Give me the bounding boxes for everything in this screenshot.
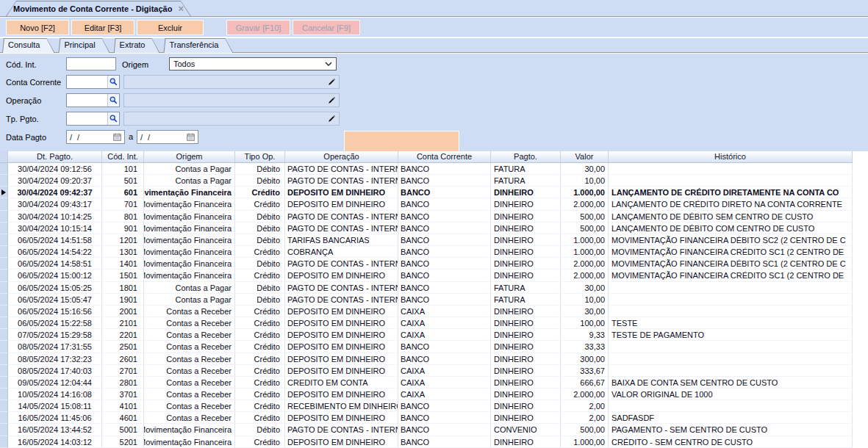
- row-selector[interactable]: [0, 246, 8, 258]
- row-selector[interactable]: [0, 436, 8, 448]
- column-header-dt[interactable]: Dt. Pagto.: [8, 151, 102, 162]
- row-selector[interactable]: [0, 306, 8, 317]
- table-row[interactable]: 30/04/2024 09:20:37501Contas a PagarDébi…: [0, 175, 853, 187]
- row-selector[interactable]: [0, 282, 8, 294]
- conta-corrente-lookup[interactable]: [66, 75, 120, 89]
- chevron-down-icon: [325, 62, 332, 66]
- row-selector[interactable]: [0, 175, 8, 187]
- cell-historico: LANÇAMENTO DE CRÉDITO DIRETO NA CONTA CO…: [609, 198, 853, 210]
- cod-int-input[interactable]: [66, 57, 116, 71]
- gravar-button[interactable]: Gravar [F10]: [226, 20, 290, 35]
- cell-valor: 33,33: [561, 341, 609, 353]
- tp-pgto-search-button[interactable]: [107, 112, 119, 125]
- date-to-value: / /: [140, 133, 151, 142]
- row-selector[interactable]: [0, 258, 8, 270]
- row-selector[interactable]: [0, 341, 8, 353]
- row-selector[interactable]: [0, 211, 8, 223]
- cell-valor: 2,00: [561, 412, 609, 424]
- conta-corrente-search-button[interactable]: [107, 76, 119, 88]
- tab-transferencia[interactable]: Transferência: [163, 38, 233, 53]
- excluir-button[interactable]: Excluir: [137, 20, 204, 35]
- row-selector-current[interactable]: [0, 187, 8, 198]
- row-selector[interactable]: [0, 163, 8, 175]
- table-row[interactable]: 06/05/2024 15:00:121501Movimentação Fina…: [0, 270, 853, 281]
- table-row[interactable]: 09/05/2024 12:04:442801Contas a ReceberC…: [0, 377, 853, 389]
- table-row[interactable]: 16/05/2024 14:03:125201Movimentação Fina…: [0, 436, 853, 448]
- table-row[interactable]: 30/04/2024 09:42:37601Movimentação Finan…: [0, 187, 853, 198]
- editar-button[interactable]: Editar [F3]: [71, 20, 134, 35]
- date-from-input[interactable]: / /: [66, 130, 125, 144]
- cell-valor: 1.000,00: [561, 234, 609, 246]
- cell-cod: 801: [102, 211, 144, 223]
- table-row[interactable]: 30/04/2024 10:15:14901Movimentação Finan…: [0, 223, 853, 234]
- table-row[interactable]: 30/04/2024 09:12:56101Contas a PagarDébi…: [0, 163, 853, 175]
- column-header-operacao[interactable]: Operação: [285, 151, 398, 162]
- tab-extrato[interactable]: Extrato: [114, 38, 160, 53]
- row-selector[interactable]: [0, 270, 8, 281]
- table-row[interactable]: 06/05/2024 14:58:511401Movimentação Fina…: [0, 258, 853, 270]
- tp-pgto-lookup[interactable]: [66, 112, 120, 126]
- tab-label: Consulta: [2, 38, 54, 49]
- date-to-input[interactable]: / /: [137, 130, 198, 144]
- edit-icon[interactable]: [327, 115, 336, 123]
- table-row[interactable]: 06/05/2024 14:51:581201Movimentação Fina…: [0, 234, 853, 246]
- column-header-pagto[interactable]: Pagto.: [491, 151, 561, 162]
- column-header-historico[interactable]: Histórico: [609, 151, 853, 162]
- cell-valor: 2,00: [561, 400, 609, 412]
- row-selector[interactable]: [0, 389, 8, 400]
- row-selector[interactable]: [0, 353, 8, 365]
- cell-operacao: CREDITO EM CONTA: [285, 377, 398, 389]
- column-header-valor[interactable]: Valor: [561, 151, 609, 162]
- row-selector[interactable]: [0, 294, 8, 306]
- cell-operacao: DEPOSITO EM DINHEIRO: [285, 412, 398, 424]
- row-selector[interactable]: [0, 365, 8, 377]
- column-header-tipo[interactable]: Tipo Op.: [235, 151, 285, 162]
- table-row[interactable]: 08/05/2024 17:40:032701Contas a ReceberC…: [0, 365, 853, 377]
- table-row[interactable]: 08/05/2024 17:32:232601Contas a ReceberC…: [0, 353, 853, 365]
- table-row[interactable]: 06/05/2024 15:05:251801Contas a PagarDéb…: [0, 282, 853, 294]
- row-selector[interactable]: [0, 234, 8, 246]
- document-tab[interactable]: Movimento de Conta Corrente - Digitação …: [6, 1, 191, 16]
- row-selector[interactable]: [0, 329, 8, 341]
- cell-pagto: DINHEIRO: [491, 198, 561, 210]
- row-selector[interactable]: [0, 223, 8, 234]
- table-row[interactable]: 16/05/2024 11:45:064601Contas a ReceberC…: [0, 412, 853, 424]
- table-row[interactable]: 30/04/2024 10:14:25801Movimentação Finan…: [0, 211, 853, 223]
- table-row[interactable]: 07/05/2024 15:29:582201Contas a ReceberC…: [0, 329, 853, 341]
- operacao-lookup[interactable]: [66, 93, 120, 107]
- cell-cod: 1301: [102, 246, 144, 258]
- table-row[interactable]: 06/05/2024 15:05:471901Contas a PagarDéb…: [0, 294, 853, 306]
- table-row[interactable]: 06/05/2024 15:22:582101Contas a ReceberC…: [0, 317, 853, 329]
- table-row[interactable]: 16/05/2024 13:44:525001Movimentação Fina…: [0, 424, 853, 436]
- column-header-cod[interactable]: Cód. Int.: [102, 151, 144, 162]
- table-row[interactable]: 10/05/2024 14:16:083701Contas a ReceberC…: [0, 389, 853, 400]
- close-icon[interactable]: ×: [178, 4, 184, 12]
- table-row[interactable]: 14/05/2024 15:08:114101Contas a ReceberC…: [0, 400, 853, 412]
- operacao-search-button[interactable]: [107, 94, 119, 106]
- tab-consulta[interactable]: Consulta: [2, 38, 54, 53]
- row-selector[interactable]: [0, 400, 8, 412]
- table-row[interactable]: 06/05/2024 14:54:221301Movimentação Fina…: [0, 246, 853, 258]
- cancelar-button[interactable]: Cancelar [F9]: [293, 20, 360, 35]
- table-row[interactable]: 06/05/2024 15:16:562001Contas a ReceberC…: [0, 306, 853, 317]
- cell-historico: [609, 163, 853, 175]
- edit-icon[interactable]: [327, 96, 336, 105]
- row-selector[interactable]: [0, 377, 8, 389]
- column-header-origem[interactable]: Origem: [144, 151, 235, 162]
- novo-button[interactable]: Novo [F2]: [6, 20, 69, 35]
- table-row[interactable]: 30/04/2024 09:43:17701Movimentação Finan…: [0, 198, 853, 210]
- cell-cod: 2001: [102, 306, 144, 317]
- row-selector[interactable]: [0, 198, 8, 210]
- cell-conta: BANCO: [398, 341, 491, 353]
- row-selector[interactable]: [0, 412, 8, 424]
- column-header-conta[interactable]: Conta Corrente: [398, 151, 491, 162]
- table-row[interactable]: 08/05/2024 17:31:552501Contas a ReceberC…: [0, 341, 853, 353]
- row-selector[interactable]: [0, 424, 8, 436]
- edit-icon[interactable]: [327, 78, 336, 87]
- cell-valor: 2.000,00: [561, 198, 609, 210]
- tab-principal[interactable]: Principal: [58, 38, 110, 53]
- cell-valor: 1.000,00: [561, 187, 609, 198]
- row-selector[interactable]: [0, 317, 8, 329]
- cell-historico: MOVIMENTAÇÃO FINANCEIRA CRÉDITO SC1 (2 C…: [609, 246, 853, 258]
- origem-select[interactable]: Todos: [169, 57, 337, 71]
